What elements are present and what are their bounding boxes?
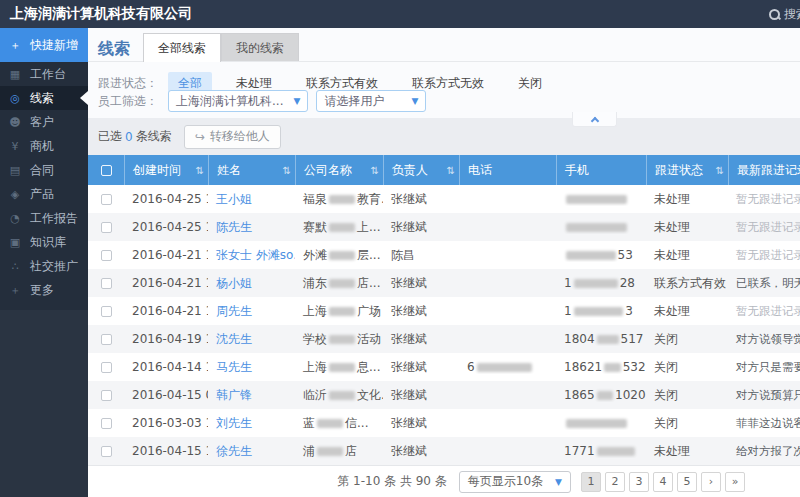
- page-button-5[interactable]: 5: [677, 472, 697, 492]
- cell-company: 上海广场: [295, 303, 383, 320]
- cell-company: 赛默上...: [295, 219, 383, 236]
- cell-company: 浦店: [295, 443, 383, 460]
- cell-name-link[interactable]: 徐先生: [208, 443, 295, 460]
- cell-create-time: 2016-04-21 17:12: [124, 304, 208, 318]
- user-select[interactable]: 请选择用户 ▼: [316, 90, 426, 112]
- column-header-label: 创建时间: [133, 162, 181, 179]
- cell-latest-record: 暂无跟进记录: [728, 220, 800, 235]
- row-checkbox[interactable]: [101, 194, 112, 205]
- forward-arrow-icon: ↪: [195, 130, 205, 144]
- header-checkbox-cell: [88, 155, 124, 185]
- cell-name-link[interactable]: 张女士 外滩so...: [208, 247, 295, 264]
- sidebar-item-contract[interactable]: ▤合同: [0, 158, 88, 182]
- cell-name-link[interactable]: 王小姐: [208, 191, 295, 208]
- cell-company: 临沂文化...: [295, 387, 383, 404]
- sidebar-item-share[interactable]: ∴社交推广: [0, 254, 88, 278]
- column-header-label: 跟进状态: [655, 162, 703, 179]
- tab-全部线索[interactable]: 全部线索: [143, 33, 221, 62]
- sidebar-item-leads[interactable]: ◎线索: [0, 86, 88, 110]
- company-visible-prefix: 赛默: [303, 220, 327, 234]
- cell-create-time: 2016-04-19 13:14: [124, 332, 208, 346]
- redacted-text: [477, 363, 532, 372]
- row-checkbox-cell: [88, 446, 124, 457]
- range-text: 第 1-10 条 共 90 条: [337, 473, 447, 490]
- cell-latest-record: 给对方报了次...: [728, 444, 800, 459]
- cell-name-link[interactable]: 陈先生: [208, 219, 295, 236]
- company-visible-prefix: 浦: [303, 444, 315, 458]
- row-checkbox-cell: [88, 306, 124, 317]
- cell-name-link[interactable]: 杨小姐: [208, 275, 295, 292]
- page-button-4[interactable]: 4: [653, 472, 673, 492]
- sort-icon[interactable]: ⇅: [447, 165, 455, 176]
- row-checkbox[interactable]: [101, 362, 112, 373]
- cell-latest-record: 暂无跟进记录: [728, 304, 800, 319]
- cell-owner: 张继斌: [383, 275, 459, 292]
- contract-icon: ▤: [0, 164, 30, 177]
- row-checkbox[interactable]: [101, 334, 112, 345]
- row-checkbox[interactable]: [101, 250, 112, 261]
- selection-bar: 已选 0 条线索 ↪ 转移给他人: [88, 118, 800, 155]
- cell-mobile: 13: [556, 304, 646, 318]
- sidebar-item-product[interactable]: ◈产品: [0, 182, 88, 206]
- table-header-row: 创建时间⇅姓名⇅公司名称⇅负责人⇅电话手机跟进状态⇅最新跟进记录: [88, 155, 800, 185]
- sidebar-item-more-plus[interactable]: ＋更多: [0, 278, 88, 302]
- cell-name-link[interactable]: 马先生: [208, 359, 295, 376]
- row-checkbox[interactable]: [101, 306, 112, 317]
- row-checkbox[interactable]: [101, 278, 112, 289]
- sidebar-item-workbench[interactable]: ▦工作台: [0, 62, 88, 86]
- page-button-3[interactable]: 3: [629, 472, 649, 492]
- column-header: 电话: [459, 155, 556, 185]
- row-checkbox[interactable]: [101, 222, 112, 233]
- transfer-button[interactable]: ↪ 转移给他人: [184, 125, 281, 149]
- redacted-text: [597, 335, 619, 344]
- sort-icon[interactable]: ⇅: [371, 165, 379, 176]
- cell-owner: 张继斌: [383, 415, 459, 432]
- tab-我的线索[interactable]: 我的线索: [221, 33, 299, 62]
- table-row: 2016-03-03 13:43刘先生蓝信...张继斌关闭菲菲这边说客...: [88, 409, 800, 437]
- opportunity-icon: ¥: [0, 140, 30, 153]
- redacted-text: [329, 279, 355, 288]
- cell-latest-record: 对方说预算只...: [728, 388, 800, 403]
- global-search[interactable]: 搜索: [768, 6, 800, 23]
- company-visible-prefix: 外滩: [303, 248, 327, 262]
- company-title: 上海润满计算机科技有限公司: [0, 5, 192, 23]
- cell-name-link[interactable]: 周先生: [208, 303, 295, 320]
- selected-prefix: 已选: [98, 128, 122, 145]
- cell-name-link[interactable]: 沈先生: [208, 331, 295, 348]
- page-size-select[interactable]: 每页显示10条 ▼: [459, 471, 571, 493]
- sidebar-item-customers[interactable]: ☻客户: [0, 110, 88, 134]
- cell-name-link[interactable]: 韩广锋: [208, 387, 295, 404]
- cell-create-time: 2016-04-21 13:57: [124, 276, 208, 290]
- cell-status: 关闭: [646, 331, 728, 348]
- next-page-button[interactable]: ›: [701, 472, 721, 492]
- cell-status: 联系方式有效: [646, 275, 728, 292]
- leads-icon: ◎: [0, 92, 30, 105]
- collapse-panel-button[interactable]: [572, 112, 617, 127]
- cell-company: 上海息...: [295, 359, 383, 376]
- page-button-2[interactable]: 2: [605, 472, 625, 492]
- row-checkbox[interactable]: [101, 418, 112, 429]
- row-checkbox[interactable]: [101, 390, 112, 401]
- status-option[interactable]: 关闭: [508, 72, 552, 95]
- row-checkbox-cell: [88, 222, 124, 233]
- last-page-button[interactable]: »: [725, 472, 745, 492]
- sort-icon[interactable]: ⇅: [283, 165, 291, 176]
- sidebar-item-label: 更多: [30, 282, 54, 299]
- sidebar-item-knowledge[interactable]: ▣知识库: [0, 230, 88, 254]
- page-button-1[interactable]: 1: [581, 472, 601, 492]
- row-checkbox[interactable]: [101, 446, 112, 457]
- quick-add-button[interactable]: ＋ 快捷新增: [0, 28, 88, 62]
- company-visible-suffix: 层...: [357, 248, 380, 262]
- sidebar-item-opportunity[interactable]: ¥商机: [0, 134, 88, 158]
- cell-name-link[interactable]: 刘先生: [208, 415, 295, 432]
- company-select[interactable]: 上海润满计算机科... ▼: [168, 90, 308, 112]
- select-all-checkbox[interactable]: [101, 165, 112, 176]
- redacted-text: [574, 279, 618, 288]
- company-visible-suffix: 活动: [357, 332, 381, 346]
- column-header-label: 最新跟进记录: [737, 162, 800, 179]
- cell-create-time: 2016-04-25 15:22: [124, 220, 208, 234]
- sort-icon[interactable]: ⇅: [196, 165, 204, 176]
- sidebar-item-report[interactable]: ◔工作报告: [0, 206, 88, 230]
- redacted-text: [317, 419, 343, 428]
- sort-icon[interactable]: ⇅: [716, 165, 724, 176]
